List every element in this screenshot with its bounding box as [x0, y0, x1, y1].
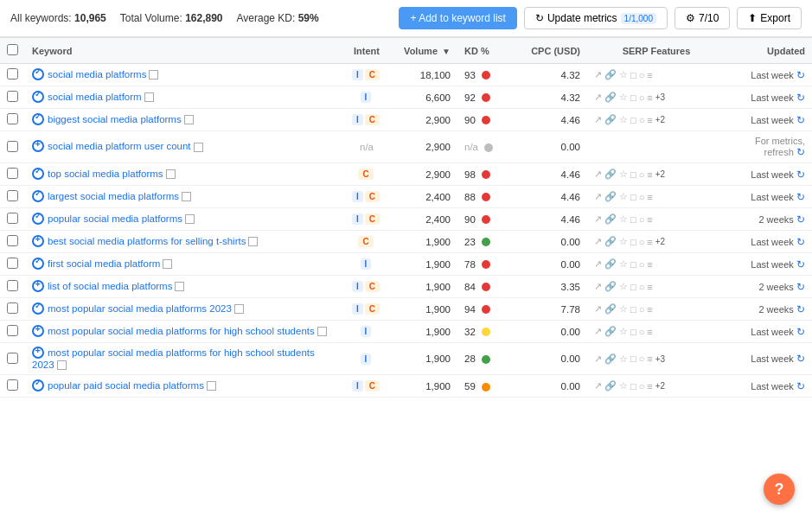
keyword-link[interactable]: first social media platform: [48, 258, 160, 269]
serp-icon-3[interactable]: ☆: [619, 169, 628, 180]
serp-icon-1[interactable]: ↗: [594, 353, 602, 365]
refresh-icon[interactable]: ↻: [796, 259, 805, 270]
serp-icon-2[interactable]: 🔗: [604, 281, 617, 292]
row-checkbox[interactable]: [7, 213, 18, 224]
serp-icon-2[interactable]: 🔗: [604, 191, 617, 202]
serp-icon-3[interactable]: ☆: [619, 258, 628, 270]
serp-icon-6[interactable]: ≡: [647, 304, 652, 315]
serp-icon-6[interactable]: ≡: [647, 92, 652, 103]
refresh-icon[interactable]: ↻: [796, 169, 805, 180]
serp-icon-6[interactable]: ≡: [647, 259, 652, 270]
serp-icon-3[interactable]: ☆: [619, 236, 628, 247]
serp-icon-6[interactable]: ≡: [647, 214, 652, 225]
serp-icon-5[interactable]: ○: [639, 353, 645, 364]
serp-icon-2[interactable]: 🔗: [604, 114, 617, 125]
serp-icon-6[interactable]: ≡: [647, 70, 652, 80]
serp-icon-6[interactable]: ≡: [647, 353, 652, 364]
serp-icon-2[interactable]: 🔗: [604, 380, 617, 392]
row-checkbox[interactable]: [7, 302, 18, 314]
refresh-icon[interactable]: ↻: [796, 282, 805, 292]
serp-icon-3[interactable]: ☆: [619, 380, 628, 392]
serp-icon-3[interactable]: ☆: [619, 281, 628, 292]
serp-icon-5[interactable]: ○: [639, 70, 645, 80]
row-checkbox[interactable]: [7, 280, 18, 291]
keyword-link[interactable]: social media platform user count: [48, 141, 191, 151]
refresh-icon[interactable]: ↻: [796, 115, 805, 125]
keyword-link[interactable]: most popular social media platforms 2023: [48, 303, 232, 314]
row-checkbox[interactable]: [7, 113, 18, 124]
refresh-icon[interactable]: ↻: [796, 70, 805, 80]
row-checkbox[interactable]: [7, 141, 18, 152]
serp-icon-5[interactable]: ○: [639, 381, 645, 392]
refresh-icon[interactable]: ↻: [796, 214, 805, 225]
row-checkbox[interactable]: [7, 168, 18, 179]
select-all-checkbox[interactable]: [7, 44, 18, 55]
serp-icon-3[interactable]: ☆: [619, 303, 628, 315]
row-checkbox[interactable]: [7, 190, 18, 201]
serp-icon-2[interactable]: 🔗: [604, 236, 617, 247]
serp-icon-3[interactable]: ☆: [619, 213, 628, 225]
serp-icon-5[interactable]: ○: [639, 92, 645, 103]
add-to-list-button[interactable]: + Add to keyword list: [399, 7, 516, 29]
serp-icon-4[interactable]: □: [630, 381, 636, 392]
serp-icon-1[interactable]: ↗: [594, 303, 602, 315]
serp-icon-4[interactable]: □: [630, 169, 636, 180]
serp-icon-1[interactable]: ↗: [594, 191, 602, 202]
refresh-icon[interactable]: ↻: [796, 381, 805, 392]
header-volume[interactable]: Volume ▼: [397, 38, 457, 64]
row-checkbox[interactable]: [7, 353, 18, 364]
row-checkbox[interactable]: [7, 379, 18, 391]
serp-icon-1[interactable]: ↗: [594, 92, 602, 103]
serp-icon-1[interactable]: ↗: [594, 380, 602, 392]
serp-icon-5[interactable]: ○: [639, 237, 645, 247]
serp-icon-5[interactable]: ○: [639, 115, 645, 125]
serp-icon-4[interactable]: □: [630, 259, 636, 270]
keyword-link[interactable]: social media platforms: [48, 69, 146, 80]
serp-icon-1[interactable]: ↗: [594, 281, 602, 292]
refresh-icon[interactable]: ↻: [796, 192, 805, 202]
serp-icon-6[interactable]: ≡: [647, 381, 652, 392]
row-checkbox[interactable]: [7, 91, 18, 102]
serp-icon-5[interactable]: ○: [639, 192, 645, 202]
serp-icon-4[interactable]: □: [630, 70, 636, 80]
serp-icon-5[interactable]: ○: [639, 327, 645, 337]
serp-icon-5[interactable]: ○: [639, 304, 645, 315]
serp-icon-3[interactable]: ☆: [619, 191, 628, 202]
keyword-link[interactable]: most popular social media platforms for …: [32, 347, 315, 370]
serp-icon-2[interactable]: 🔗: [604, 353, 617, 365]
keyword-link[interactable]: popular paid social media platforms: [48, 380, 204, 391]
serp-icon-4[interactable]: □: [630, 115, 636, 125]
keyword-link[interactable]: list of social media platforms: [48, 281, 172, 291]
keyword-link[interactable]: top social media platforms: [48, 169, 163, 179]
refresh-icon[interactable]: ↻: [796, 92, 805, 103]
serp-icon-4[interactable]: □: [630, 237, 636, 247]
keyword-link[interactable]: biggest social media platforms: [48, 114, 182, 124]
serp-icon-3[interactable]: ☆: [619, 326, 628, 337]
row-checkbox[interactable]: [7, 258, 18, 269]
keyword-link[interactable]: largest social media platforms: [48, 191, 179, 201]
serp-icon-4[interactable]: □: [630, 327, 636, 337]
serp-icon-1[interactable]: ↗: [594, 326, 602, 337]
keyword-link[interactable]: popular social media platforms: [48, 213, 182, 224]
serp-icon-5[interactable]: ○: [639, 169, 645, 180]
serp-icon-2[interactable]: 🔗: [604, 258, 617, 270]
keyword-link[interactable]: social media platform: [48, 92, 142, 102]
serp-icon-4[interactable]: □: [630, 214, 636, 225]
serp-icon-2[interactable]: 🔗: [604, 92, 617, 103]
serp-icon-6[interactable]: ≡: [647, 327, 652, 337]
serp-icon-4[interactable]: □: [630, 92, 636, 103]
serp-icon-2[interactable]: 🔗: [604, 213, 617, 225]
row-checkbox[interactable]: [7, 68, 18, 80]
serp-icon-6[interactable]: ≡: [647, 282, 652, 292]
serp-icon-2[interactable]: 🔗: [604, 169, 617, 180]
serp-icon-5[interactable]: ○: [639, 282, 645, 292]
serp-icon-1[interactable]: ↗: [594, 169, 602, 180]
refresh-icon[interactable]: ↻: [796, 327, 805, 337]
serp-icon-2[interactable]: 🔗: [604, 326, 617, 337]
row-checkbox[interactable]: [7, 235, 18, 246]
serp-icon-6[interactable]: ≡: [647, 169, 652, 180]
serp-icon-4[interactable]: □: [630, 192, 636, 202]
row-checkbox[interactable]: [7, 325, 18, 336]
update-metrics-button[interactable]: ↻ Update metrics 1/1,000: [524, 7, 668, 29]
serp-icon-3[interactable]: ☆: [619, 353, 628, 365]
